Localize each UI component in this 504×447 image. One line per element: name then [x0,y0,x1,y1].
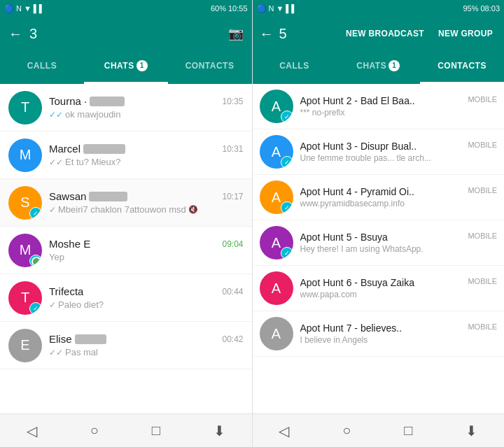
chat-time-5: 00:44 [222,287,243,297]
chat-name-1: Tourna · [49,95,87,107]
nav-back-2[interactable]: ◁ [273,417,295,445]
nav-recents-2[interactable]: □ [398,417,418,444]
contact-info-1: Apot Hunt 2 - Bad El Baa.. MOBILE *** no… [300,95,498,118]
chat-name-6: Elise [49,333,72,345]
contact-name-3: Apot Hunt 4 - Pyramid Oi.. [300,186,414,197]
avatar-2: M [8,139,42,172]
chat-item-1[interactable]: T Tourna · 10:35 ✓✓ ok mawjoudin [0,84,252,132]
tab-chats-2[interactable]: CHATS 1 [336,50,420,84]
nav-bar-1: ◁ ○ □ ⬇ [0,413,252,447]
contact-item-6[interactable]: A Apot Hunt 7 - believes.. MOBILE I beli… [253,311,505,357]
chat-preview-3: ✓ Mbeiri7 chaklon 7attouwon msd 🔇 [49,204,244,215]
app-bar-2: ← 5 NEW BROADCAST NEW GROUP [253,17,505,50]
tick-icon-1: ✓✓ [49,110,63,120]
chat-item-2[interactable]: M Marcel 10:31 ✓✓ Et tu? Mieux? [0,132,252,179]
tab-contacts-2[interactable]: CONTACTS [420,50,504,84]
chat-preview-4: Yep [49,252,244,262]
nfc-icon-2: N [269,4,274,13]
chat-header-2: Marcel 10:31 [49,143,244,155]
nav-down-2[interactable]: ⬇ [460,417,483,445]
app-bar-1: ← 3 📷 [0,17,252,50]
contact-type-6: MOBILE [468,322,497,334]
status-bar-2: 🔵 N ▼ ▌▌ 95% 08:03 [253,0,505,17]
chat-time-4: 09:04 [222,239,243,249]
chat-item-6[interactable]: E Elise 00:42 ✓✓ Pas mal [0,322,252,369]
tick-icon-2: ✓✓ [49,157,63,167]
contact-check-4: ✓ [281,247,293,260]
contact-avatar-1: A ✓ [260,90,293,123]
signal-icon-2: ▌▌ [286,4,297,13]
camera-icon[interactable]: 📷 [228,26,244,41]
avatar-1: T [8,91,42,125]
time-display: 10:55 [228,4,248,13]
chat-time-3: 10:17 [222,192,243,201]
chat-info-4: Moshe E 09:04 Yep [49,238,244,262]
nav-recents-1[interactable]: □ [146,417,166,444]
back-button[interactable]: ← [8,26,22,42]
tab-calls-2[interactable]: CALLS [253,50,337,84]
signal-icon: ▌▌ [34,4,45,13]
contact-check-1: ✓ [281,111,293,123]
chat-preview-5: ✓ Paleo diet? [49,299,244,310]
contact-avatar-3: A ✓ [260,180,293,214]
nav-down-1[interactable]: ⬇ [208,417,231,445]
contact-avatar-2: A ✓ [260,135,293,169]
nav-back-1[interactable]: ◁ [21,417,43,445]
contact-avatar-6: A [260,317,293,350]
time-display-2: 08:03 [480,4,500,13]
chat-item-3[interactable]: S ✓ Sawsan 10:17 ✓ Mbeiri7 chaklon 7atto… [0,179,252,227]
chat-header-4: Moshe E 09:04 [49,238,244,250]
nav-bar-2: ◁ ○ □ ⬇ [253,413,505,447]
contact-name-1: Apot Hunt 2 - Bad El Baa.. [300,95,415,106]
tick-icon-5: ✓ [49,300,56,310]
online-dot-4 [31,257,41,267]
contact-preview-5: www.papa.com [300,290,498,299]
back-button-2[interactable]: ← [260,26,274,42]
avatar-3: S ✓ [8,186,42,220]
tick-icon-3: ✓ [49,205,56,215]
chat-info-5: Trifecta 00:44 ✓ Paleo diet? [49,285,244,310]
contact-preview-1: *** no-prefix [300,108,498,118]
chat-header-6: Elise 00:42 [49,333,244,345]
contact-name-6: Apot Hunt 7 - believes.. [300,322,402,334]
contact-info-5: Apot Hunt 6 - Bsuya Zaika MOBILE www.pap… [300,277,498,299]
status-left-icons-2: 🔵 N ▼ ▌▌ [257,4,297,13]
contact-header-1: Apot Hunt 2 - Bad El Baa.. MOBILE [300,95,498,106]
status-bar-1: 🔵 N ▼ ▌▌ 60% 10:55 [0,0,252,17]
chat-item-5[interactable]: T ✓ Trifecta 00:44 ✓ Paleo diet? [0,274,252,322]
contact-preview-3: www.pyramidbasecamp.info [300,199,498,208]
panel-2: 🔵 N ▼ ▌▌ 95% 08:03 ← 5 NEW BROADCAST NEW… [253,0,505,447]
chat-item-4[interactable]: M ✓ Moshe E 09:04 Yep [0,227,252,274]
check-badge-3: ✓ [29,207,42,220]
chat-info-6: Elise 00:42 ✓✓ Pas mal [49,333,244,357]
contact-name-2: Apot Hunt 3 - Disupr Bual.. [300,141,417,152]
contact-item-4[interactable]: A ✓ Apot Hunt 5 - Bsuya MOBILE Hey there… [253,220,505,266]
avatar-5: T ✓ [8,281,42,315]
contact-check-2: ✓ [281,156,293,169]
contact-avatar-5: A [260,271,293,305]
battery-level-2: 95% [463,4,478,13]
tab-contacts-1[interactable]: CONTACTS [168,50,252,84]
check-badge-5: ✓ [29,302,42,315]
contact-check-3: ✓ [281,201,293,214]
contact-item-5[interactable]: A Apot Hunt 6 - Bsuya Zaika MOBILE www.p… [253,266,505,311]
contact-type-1: MOBILE [468,95,497,106]
contact-item-3[interactable]: A ✓ Apot Hunt 4 - Pyramid Oi.. MOBILE ww… [253,175,505,220]
chat-name-3: Sawsan [49,190,86,202]
tick-icon-6: ✓✓ [49,348,63,357]
contact-item-2[interactable]: A ✓ Apot Hunt 3 - Disupr Bual.. MOBILE U… [253,129,505,175]
contact-type-4: MOBILE [468,232,497,243]
tab-calls-1[interactable]: CALLS [0,50,84,84]
contact-item-1[interactable]: A ✓ Apot Hunt 2 - Bad El Baa.. MOBILE **… [253,84,505,129]
nav-home-1[interactable]: ○ [85,417,104,444]
app-bar-icons: 📷 [228,26,244,41]
nav-home-2[interactable]: ○ [337,417,356,444]
new-group-button[interactable]: NEW GROUP [434,26,497,41]
contact-avatar-4: A ✓ [260,226,293,260]
contact-info-2: Apot Hunt 3 - Disupr Bual.. MOBILE Une f… [300,141,498,163]
new-broadcast-button[interactable]: NEW BROADCAST [342,26,428,41]
tab-chats-1[interactable]: CHATS 1 [84,50,168,84]
status-right-info: 60% 10:55 [211,4,248,13]
chat-time-1: 10:35 [222,97,243,106]
chats-badge-2: 1 [388,60,400,71]
